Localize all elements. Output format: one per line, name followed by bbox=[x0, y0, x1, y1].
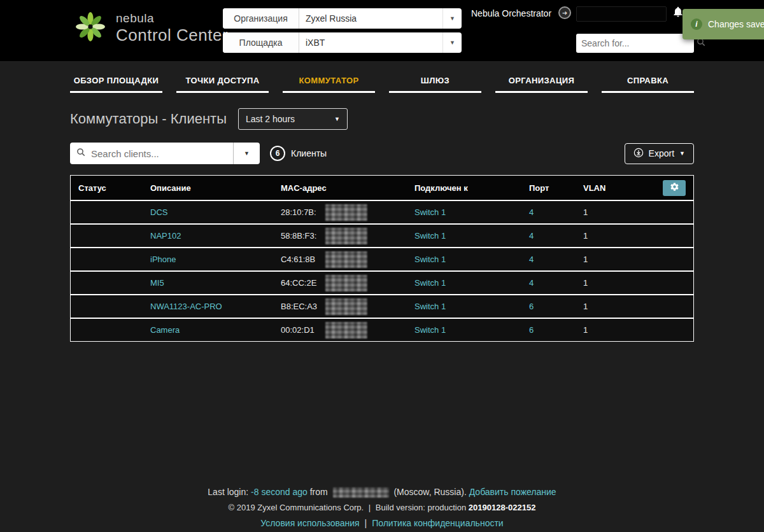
add-wish-link[interactable]: Добавить пожелание bbox=[469, 487, 556, 497]
global-search-input[interactable] bbox=[581, 38, 697, 48]
last-login-label: Last login: bbox=[208, 487, 248, 497]
login-location: (Moscow, Russia). bbox=[393, 487, 466, 497]
tab-gateway[interactable]: ШЛЮЗ bbox=[389, 67, 481, 93]
time-range-select[interactable]: Last 2 hours ▼ bbox=[238, 108, 348, 130]
mac-redacted bbox=[325, 298, 367, 315]
chevron-down-icon: ▼ bbox=[334, 116, 340, 122]
tab-access-points[interactable]: ТОЧКИ ДОСТУПА bbox=[176, 67, 269, 93]
connected-switch-link[interactable]: Switch 1 bbox=[414, 278, 446, 288]
build-version-label: Build version: bbox=[376, 503, 425, 512]
mac-redacted bbox=[325, 204, 367, 221]
context-selectors: Организация Zyxel Russia ▼ Площадка iXBT… bbox=[223, 8, 462, 57]
col-port: Порт bbox=[521, 183, 576, 193]
table-row: NWA1123-AC-PRO B8:EC:A3 Switch 1 6 1 bbox=[71, 294, 693, 318]
mac-redacted bbox=[325, 251, 367, 268]
port-link[interactable]: 4 bbox=[529, 278, 534, 288]
mac-address: 64:CC:2E bbox=[281, 278, 325, 288]
privacy-policy-link[interactable]: Политика конфиденциальности bbox=[372, 518, 504, 528]
clients-table-header: Статус Описание MAC-адрес Подключен к По… bbox=[71, 176, 693, 200]
header: nebula Control Center Организация Zyxel … bbox=[0, 0, 764, 61]
table-row: DCS 28:10:7B: Switch 1 4 1 bbox=[71, 200, 693, 223]
organization-select[interactable]: Организация Zyxel Russia ▼ bbox=[223, 8, 462, 29]
download-icon bbox=[633, 148, 644, 160]
client-description-link[interactable]: Camera bbox=[150, 325, 180, 335]
client-description-link[interactable]: DCS bbox=[150, 207, 167, 217]
clients-search-box bbox=[70, 143, 233, 164]
brand-line2: Control Center bbox=[116, 25, 228, 45]
from-word: from bbox=[310, 487, 328, 497]
export-button[interactable]: Export ▼ bbox=[625, 143, 694, 164]
brand-text: nebula Control Center bbox=[116, 11, 228, 45]
time-range-value: Last 2 hours bbox=[246, 114, 295, 124]
terms-of-use-link[interactable]: Условия использования bbox=[260, 518, 359, 528]
site-select-label: Площадка bbox=[223, 32, 299, 53]
connected-switch-link[interactable]: Switch 1 bbox=[414, 255, 446, 264]
last-login-value: -8 second ago bbox=[251, 487, 308, 497]
tab-help[interactable]: СПРАВКА bbox=[602, 67, 694, 93]
port-link[interactable]: 6 bbox=[529, 302, 534, 311]
table-row: iPhone C4:61:8B Switch 1 4 1 bbox=[71, 247, 693, 270]
connected-switch-link[interactable]: Switch 1 bbox=[414, 325, 446, 335]
orchestrator-label: Nebula Orchestrator bbox=[471, 8, 551, 18]
connected-switch-link[interactable]: Switch 1 bbox=[414, 207, 446, 217]
mac-address: 28:10:7B: bbox=[281, 207, 325, 217]
client-description-link[interactable]: iPhone bbox=[150, 255, 176, 264]
clients-count-label: Клиенты bbox=[291, 148, 327, 158]
toast-changes-saved[interactable]: i Changes saved bbox=[683, 9, 764, 39]
copyright-text: © 2019 Zyxel Communications Corp. bbox=[229, 503, 364, 512]
organization-select-value: Zyxel Russia bbox=[299, 8, 442, 29]
site-select-value: iXBT bbox=[299, 32, 442, 53]
global-search bbox=[576, 34, 694, 53]
clients-search-group: ▼ bbox=[70, 143, 260, 164]
mac-address: 58:8B:F3: bbox=[281, 231, 325, 241]
mac-redacted bbox=[325, 275, 367, 291]
port-link[interactable]: 4 bbox=[529, 231, 534, 241]
gear-icon bbox=[670, 182, 679, 193]
username-redacted[interactable] bbox=[576, 6, 667, 22]
separator: | bbox=[365, 518, 367, 528]
col-description: Описание bbox=[143, 183, 273, 193]
chevron-down-icon: ▼ bbox=[442, 8, 462, 29]
organization-select-label: Организация bbox=[223, 8, 299, 29]
orchestrator-toggle-icon[interactable]: ➜ bbox=[558, 6, 571, 19]
mac-redacted bbox=[325, 322, 367, 339]
info-icon: i bbox=[691, 18, 702, 30]
col-connected: Подключен к bbox=[407, 183, 521, 193]
export-button-label: Export bbox=[649, 148, 674, 158]
col-status: Статус bbox=[71, 183, 143, 193]
port-link[interactable]: 4 bbox=[529, 255, 534, 264]
tab-site-overview[interactable]: ОБЗОР ПЛОЩАДКИ bbox=[70, 67, 162, 93]
table-settings-button[interactable] bbox=[663, 180, 686, 196]
page-title: Коммутаторы - Клиенты bbox=[70, 111, 227, 127]
footer: Last login: -8 second ago from (Moscow, … bbox=[0, 487, 764, 528]
mac-redacted bbox=[325, 228, 367, 244]
brand: nebula Control Center bbox=[74, 10, 228, 46]
clients-search-input[interactable] bbox=[91, 148, 227, 159]
mac-address: C4:61:8B bbox=[281, 255, 325, 264]
main-nav: ОБЗОР ПЛОЩАДКИ ТОЧКИ ДОСТУПА КОММУТАТОР … bbox=[70, 67, 694, 93]
port-link[interactable]: 4 bbox=[529, 207, 534, 217]
client-description-link[interactable]: NAP102 bbox=[150, 231, 181, 241]
tab-switch[interactable]: КОММУТАТОР bbox=[283, 67, 375, 93]
chevron-down-icon: ▼ bbox=[679, 150, 685, 157]
site-select[interactable]: Площадка iXBT ▼ bbox=[223, 32, 462, 53]
build-mode: production bbox=[428, 503, 467, 512]
client-description-link[interactable]: MI5 bbox=[150, 278, 164, 288]
mac-address: B8:EC:A3 bbox=[281, 302, 325, 311]
brand-line1: nebula bbox=[116, 11, 228, 25]
chevron-down-icon: ▼ bbox=[442, 32, 462, 53]
vlan-value: 1 bbox=[583, 255, 588, 264]
build-number: 20190128-022152 bbox=[469, 503, 536, 512]
vlan-value: 1 bbox=[583, 231, 588, 241]
tab-organization[interactable]: ОРГАНИЗАЦИЯ bbox=[495, 67, 588, 93]
nebula-logo-icon bbox=[74, 10, 107, 46]
separator: | bbox=[369, 503, 371, 512]
clients-search-filter-button[interactable]: ▼ bbox=[233, 143, 260, 164]
port-link[interactable]: 6 bbox=[529, 325, 534, 335]
vlan-value: 1 bbox=[583, 325, 588, 335]
client-description-link[interactable]: NWA1123-AC-PRO bbox=[150, 302, 222, 311]
table-row: NAP102 58:8B:F3: Switch 1 4 1 bbox=[71, 223, 693, 247]
connected-switch-link[interactable]: Switch 1 bbox=[414, 231, 446, 241]
vlan-value: 1 bbox=[583, 278, 588, 288]
connected-switch-link[interactable]: Switch 1 bbox=[414, 302, 446, 311]
